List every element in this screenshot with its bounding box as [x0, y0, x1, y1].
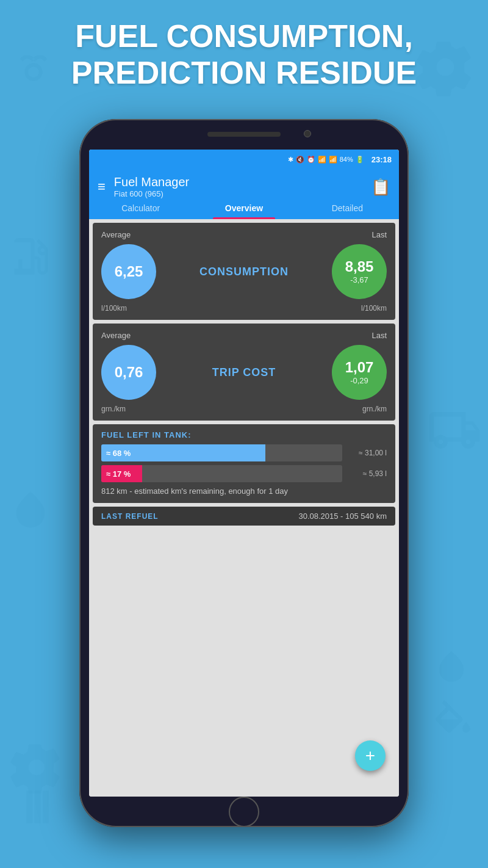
tab-calculator[interactable]: Calculator	[89, 203, 192, 219]
phone-screen: ✱ 🔇 ⏰ 📶 📶 84% 🔋 23:18 ≡ Fuel Manager Fia…	[89, 150, 399, 797]
phone-top	[79, 119, 409, 150]
clipboard-icon[interactable]: 📋	[371, 178, 390, 197]
fuel-bar-2-container: ≈ 17 %	[101, 465, 342, 482]
fuel-left-title: FUEL LEFT IN TANK:	[101, 430, 387, 439]
battery-label: 84%	[340, 156, 353, 163]
last-refuel-row: LAST REFUEL 30.08.2015 - 105 540 km	[93, 507, 395, 526]
fuel-bar-1-percent: ≈ 68 %	[106, 449, 131, 458]
trip-last-value: 1,07	[345, 360, 374, 375]
consumption-avg-circle: 6,25	[101, 244, 156, 299]
status-bar: ✱ 🔇 ⏰ 📶 📶 84% 🔋 23:18	[89, 150, 399, 169]
last-refuel-value: 30.08.2015 - 105 540 km	[298, 512, 387, 521]
fuel-bar-2-amount: ≈ 5,93 l	[347, 469, 387, 478]
status-icons: ✱ 🔇 ⏰ 📶 📶 84% 🔋	[288, 156, 364, 164]
consumption-header: Average Last	[101, 230, 387, 239]
fuel-bar-1-fill: ≈ 68 %	[101, 444, 265, 461]
tab-bar: Calculator Overview Detailed	[89, 198, 399, 219]
alarm-icon: ⏰	[307, 156, 315, 164]
consumption-last-label: Last	[371, 230, 387, 239]
phone-camera	[304, 130, 311, 137]
tab-detailed[interactable]: Detailed	[296, 203, 399, 219]
consumption-last-circle: 8,85 -3,67	[332, 244, 387, 299]
trip-cost-header: Average Last	[101, 331, 387, 340]
fuel-left-card: FUEL LEFT IN TANK: ≈ 68 % ≈ 31,00 l	[93, 424, 395, 503]
wifi-icon: 📶	[318, 156, 326, 164]
fab-add-button[interactable]: +	[355, 740, 386, 771]
phone-frame: ✱ 🔇 ⏰ 📶 📶 84% 🔋 23:18 ≡ Fuel Manager Fia…	[79, 119, 409, 827]
trip-avg-value: 0,76	[115, 364, 143, 381]
trip-last-circle: 1,07 -0,29	[332, 345, 387, 400]
trip-last-unit: grn./km	[362, 405, 387, 413]
trip-avg-label: Average	[101, 331, 131, 340]
fab-plus-icon: +	[365, 746, 375, 765]
trip-avg-circle: 0,76	[101, 345, 156, 400]
app-subtitle: Fiat 600 (965)	[114, 189, 189, 198]
consumption-body: 6,25 CONSUMPTION 8,85 -3,67	[101, 244, 387, 299]
tab-overview[interactable]: Overview	[192, 203, 295, 219]
phone-bottom	[79, 797, 409, 827]
home-button[interactable]	[229, 797, 259, 827]
fuel-bar-2-fill: ≈ 17 %	[101, 465, 142, 482]
phone-speaker	[207, 132, 281, 137]
fuel-estimate: 812 km - estimated km's remaining, enoug…	[101, 486, 387, 497]
app-header: ≡ Fuel Manager Fiat 600 (965) 📋	[89, 169, 399, 198]
header-left: ≡ Fuel Manager Fiat 600 (965)	[98, 175, 189, 198]
trip-cost-body: 0,76 TRIP COST 1,07 -0,29	[101, 345, 387, 400]
battery-icon: 🔋	[356, 156, 364, 164]
fuel-bar-1-container: ≈ 68 %	[101, 444, 342, 461]
fuel-bar-2-percent: ≈ 17 %	[106, 469, 131, 479]
trip-last-delta: -0,29	[350, 376, 368, 385]
consumption-avg-unit: l/100km	[101, 304, 127, 313]
consumption-avg-value: 6,25	[115, 263, 143, 280]
consumption-last-delta: -3,67	[350, 275, 368, 284]
trip-cost-title: TRIP COST	[212, 366, 276, 379]
main-content: Average Last 6,25 CONSUMPTION 8,85 -3,67…	[89, 219, 399, 797]
fuel-bar-row-1: ≈ 68 % ≈ 31,00 l	[101, 444, 387, 461]
consumption-units: l/100km l/100km	[101, 304, 387, 313]
last-refuel-label: LAST REFUEL	[101, 512, 159, 521]
hero-heading: FUEL CONSUMPTION, PREDICTION RESIDUE	[0, 18, 488, 92]
fuel-bar-row-2: ≈ 17 % ≈ 5,93 l	[101, 465, 387, 482]
volume-icon: 🔇	[296, 156, 304, 164]
trip-cost-units: grn./km grn./km	[101, 405, 387, 413]
header-title-block: Fuel Manager Fiat 600 (965)	[114, 175, 189, 198]
consumption-card: Average Last 6,25 CONSUMPTION 8,85 -3,67…	[93, 223, 395, 320]
fuel-bar-1-amount: ≈ 31,00 l	[347, 449, 387, 457]
consumption-last-value: 8,85	[345, 259, 374, 275]
consumption-avg-label: Average	[101, 230, 131, 239]
bluetooth-icon: ✱	[288, 156, 293, 164]
trip-avg-unit: grn./km	[101, 405, 126, 413]
trip-last-label: Last	[371, 331, 387, 340]
menu-button[interactable]: ≡	[98, 179, 106, 195]
signal-icon: 📶	[329, 156, 337, 164]
status-time: 23:18	[371, 155, 392, 164]
app-title: Fuel Manager	[114, 175, 189, 189]
trip-cost-card: Average Last 0,76 TRIP COST 1,07 -0,29 g…	[93, 324, 395, 421]
consumption-title: CONSUMPTION	[199, 266, 289, 278]
consumption-last-unit: l/100km	[361, 304, 387, 313]
